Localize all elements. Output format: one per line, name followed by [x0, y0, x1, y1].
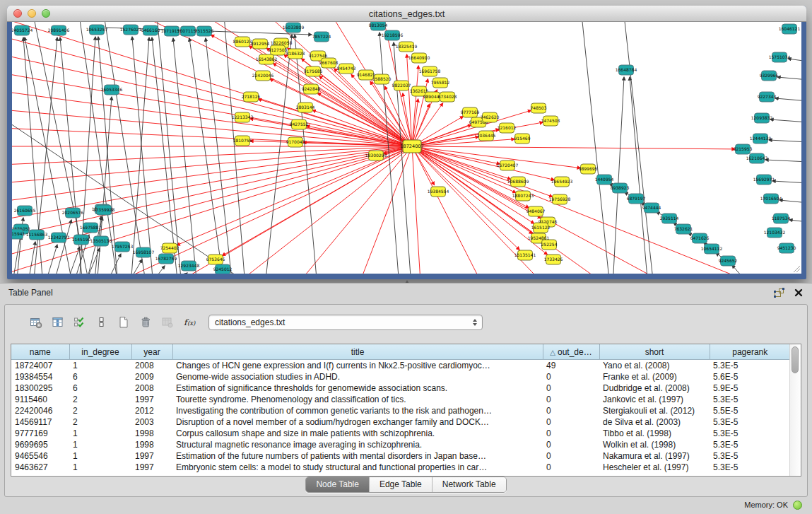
network-node[interactable]: 13505135	[90, 236, 112, 246]
network-node[interactable]: 7462620	[481, 112, 500, 122]
table-row[interactable]: 969969511998Structural magnetic resonanc…	[11, 439, 790, 450]
table-row[interactable]: 1830029562008Estimation of significance …	[11, 382, 790, 394]
table-cell[interactable]: Nakamura et al. (1997)	[599, 450, 710, 462]
network-node[interactable]: 6466160	[141, 25, 160, 35]
network-node[interactable]: 2718126	[242, 92, 261, 102]
window-titlebar[interactable]: citations_edges.txt	[7, 6, 806, 22]
network-node[interactable]: 6879197	[627, 194, 646, 204]
table-cell[interactable]: Dudbridge et al. (2008)	[599, 382, 710, 394]
network-node[interactable]: 2935114	[660, 214, 679, 223]
table-selector-dropdown[interactable]: citations_edges.txt	[208, 315, 483, 330]
network-node[interactable]: 18807243	[512, 191, 534, 201]
table-row[interactable]: 2242004622012Investigating the contribut…	[11, 405, 790, 416]
network-node[interactable]: 8822037	[392, 81, 411, 90]
network-node[interactable]: 26053346	[101, 85, 123, 95]
table-cell[interactable]: 22420046	[11, 405, 69, 416]
table-cell[interactable]: Embryonic stem cells: a model to study s…	[172, 462, 543, 473]
network-node[interactable]: 2667608	[319, 58, 339, 68]
table-cell[interactable]: 19384554	[11, 371, 69, 382]
column-header-name[interactable]: name	[11, 344, 69, 360]
table-cell[interactable]: 1997	[131, 394, 172, 405]
minimize-window-button[interactable]	[28, 9, 36, 18]
network-node[interactable]: 9474444	[642, 203, 661, 213]
column-header-out_degree[interactable]: △out_de…	[543, 344, 599, 360]
column-header-pagerank[interactable]: pagerank	[710, 344, 790, 360]
network-node[interactable]: 15692971	[753, 175, 775, 185]
table-cell[interactable]: Estimation of significance thresholds fo…	[172, 382, 543, 394]
network-node[interactable]: 7857224	[312, 32, 331, 42]
network-node[interactable]: 8938923	[611, 183, 630, 193]
table-cell[interactable]: 2	[69, 416, 131, 428]
table-row[interactable]: 946554611997Estimation of the future num…	[11, 450, 790, 462]
network-node[interactable]: 17957253	[112, 242, 134, 252]
table-cell[interactable]: 2012	[131, 405, 172, 416]
table-cell[interactable]: 1	[69, 450, 131, 462]
network-node[interactable]: 9245012	[213, 264, 233, 274]
network-node[interactable]: 19384554	[428, 187, 449, 197]
network-node[interactable]: 18300295	[365, 151, 387, 160]
column-visibility-button[interactable]	[48, 313, 67, 332]
table-cell[interactable]: Corpus callosum shape and size in male p…	[172, 428, 543, 439]
table-cell[interactable]: Stergiakouli et al. (2012)	[599, 405, 710, 416]
network-node[interactable]: 9170043	[286, 137, 305, 147]
table-scrollbar[interactable]	[789, 344, 801, 476]
table-cell[interactable]: Changes of HCN gene expression and I(f) …	[172, 360, 543, 372]
table-cell[interactable]: Tourette syndrome. Phenomenology and cla…	[172, 394, 543, 405]
table-cell[interactable]: 5.3E-5	[710, 428, 790, 439]
table-row[interactable]: 1456911722003Disruption of a novel membe…	[11, 416, 790, 428]
table-row[interactable]: 1872400712008Changes of HCN gene express…	[11, 360, 790, 372]
network-node[interactable]: 15751074	[769, 52, 791, 62]
network-node[interactable]: 8813054	[369, 22, 388, 30]
network-node[interactable]: 1588520	[372, 74, 392, 84]
table-row[interactable]: 1938455462009Genome-wide association stu…	[11, 371, 790, 382]
table-cell[interactable]: 18300295	[11, 382, 69, 394]
table-cell[interactable]: 1	[69, 462, 131, 473]
network-node[interactable]: 1440954	[595, 175, 614, 185]
table-cell[interactable]: 1	[69, 439, 131, 450]
column-header-short[interactable]: short	[599, 344, 710, 360]
network-node[interactable]: 16961758	[419, 66, 441, 76]
network-node[interactable]: 19756928	[549, 194, 571, 204]
network-node[interactable]: 9777169	[461, 107, 480, 117]
table-cell[interactable]: 9777169	[11, 428, 69, 439]
network-node[interactable]: 8860123	[233, 37, 252, 47]
table-cell[interactable]: 1997	[131, 450, 172, 462]
table-cell[interactable]: 2008	[131, 382, 172, 394]
network-node[interactable]: 12444139	[750, 134, 772, 144]
network-canvas[interactable]: 8860123891295418226058912750316543862818…	[12, 22, 801, 274]
table-cell[interactable]: Investigating the contribution of common…	[172, 405, 543, 416]
network-node[interactable]: 16033809	[283, 23, 305, 33]
network-node[interactable]: 9175685	[304, 66, 323, 76]
table-cell[interactable]: 5.5E-5	[710, 405, 790, 416]
table-cell[interactable]: Tibbo et al. (1998)	[599, 428, 710, 439]
network-node[interactable]: 1187534	[772, 214, 791, 223]
network-node[interactable]: 2803144	[296, 103, 315, 112]
network-node[interactable]: 6471626	[690, 233, 710, 243]
network-node[interactable]: 8215953	[734, 144, 753, 154]
table-cell[interactable]: 1998	[131, 428, 172, 439]
table-cell[interactable]: Structural magnetic resonance image aver…	[172, 439, 543, 450]
network-node[interactable]: 11156863	[26, 230, 48, 240]
table-cell[interactable]: Wolkin et al. (1998)	[599, 439, 710, 450]
network-node[interactable]: 1216012	[498, 123, 517, 133]
table-cell[interactable]: 0	[543, 462, 599, 473]
network-node[interactable]: 18325419	[396, 42, 418, 52]
network-node[interactable]: 3915941	[12, 229, 25, 239]
network-node[interactable]: 16958107	[133, 247, 155, 257]
table-cell[interactable]: 2	[69, 405, 131, 416]
network-node[interactable]: 8186328	[286, 49, 305, 59]
table-cell[interactable]: 0	[543, 416, 599, 428]
table-cell[interactable]: 5.3E-5	[710, 462, 790, 473]
row-height-button[interactable]	[92, 313, 111, 332]
network-node[interactable]: 915469	[514, 134, 531, 144]
table-cell[interactable]: 0	[543, 428, 599, 439]
new-column-button[interactable]	[114, 313, 133, 332]
network-node[interactable]: 15135141	[514, 250, 536, 260]
network-node[interactable]: 9484067	[526, 206, 546, 216]
network-node[interactable]: 16210643	[746, 153, 768, 163]
function-builder-button[interactable]: f(x)	[180, 313, 199, 332]
network-node[interactable]: 1810755	[233, 136, 252, 146]
network-node[interactable]: 16782759	[155, 254, 177, 264]
network-node[interactable]: 20891406	[48, 25, 70, 35]
close-window-button[interactable]	[13, 9, 22, 18]
